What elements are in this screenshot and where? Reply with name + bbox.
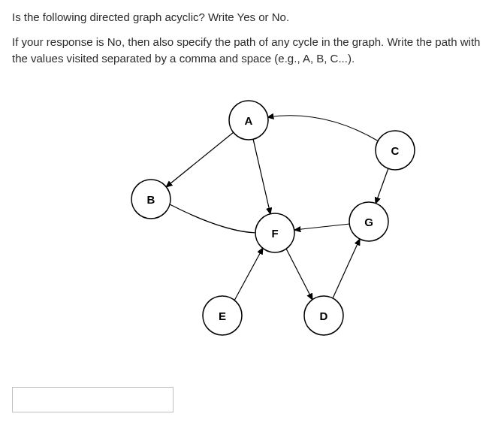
svg-text:F: F <box>271 226 278 239</box>
edge-A-B <box>166 132 234 187</box>
node-B: B <box>131 180 171 219</box>
node-C: C <box>376 131 415 170</box>
svg-text:G: G <box>364 215 373 228</box>
svg-text:B: B <box>146 192 155 205</box>
edge-G-F <box>294 224 350 230</box>
edge-D-G <box>333 239 360 298</box>
graph-figure: A B C D E F G <box>12 90 492 361</box>
edge-C-G <box>376 168 388 204</box>
edge-F-D <box>286 249 312 300</box>
node-E: E <box>203 296 242 335</box>
node-A: A <box>229 101 268 140</box>
node-D: D <box>304 296 343 335</box>
node-G: G <box>349 202 388 241</box>
edge-A-F <box>253 139 270 214</box>
question-text-1: Is the following directed graph acyclic?… <box>12 9 492 26</box>
edge-C-A <box>267 115 379 140</box>
answer-input[interactable] <box>12 387 174 412</box>
directed-graph-svg: A B C D E F G <box>72 90 433 361</box>
svg-text:E: E <box>218 309 225 322</box>
node-F: F <box>255 213 294 252</box>
question-text-2: If your response is No, then also specif… <box>12 34 492 68</box>
svg-text:D: D <box>319 309 327 322</box>
svg-text:A: A <box>244 113 252 126</box>
edge-B-F <box>170 204 256 233</box>
edge-E-F <box>234 248 263 301</box>
svg-text:C: C <box>391 143 399 156</box>
